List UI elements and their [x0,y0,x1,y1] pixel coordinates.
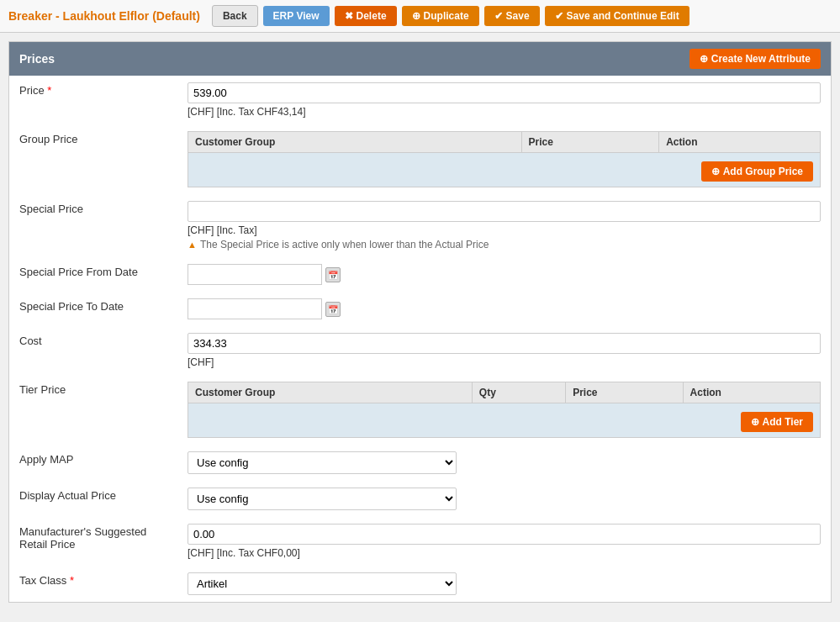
apply-map-row: Apply MAP Use config Yes No [9,445,831,481]
save-button[interactable]: ✔ Save [484,6,540,26]
tier-price-add-cell: ⊕ Add Tier [188,403,821,438]
tier-price-col-price: Price [566,382,683,403]
tier-price-col-customer-group: Customer Group [188,382,473,403]
tier-price-col-qty: Qty [472,382,565,403]
price-sub-text: [CHF] [Inc. Tax CHF43,14] [188,106,821,118]
group-price-header-row: Customer Group Price Action [188,132,821,153]
special-price-from-date-row: 📅 [188,264,821,285]
panel-title: Prices [19,52,55,66]
special-price-cell: [CHF] [Inc. Tax] ▲ The Special Price is … [177,194,831,257]
special-price-sub-text: [CHF] [Inc. Tax] [188,224,821,236]
tier-price-add-row: ⊕ Add Tier [188,403,821,438]
special-price-label: Special Price [9,194,177,257]
group-price-col-action: Action [659,132,821,153]
create-attribute-button[interactable]: ⊕ Create New Attribute [689,49,821,69]
save-continue-icon: ✔ [555,10,563,22]
cost-row: Cost [CHF] [9,326,831,375]
special-price-warning: ▲ The Special Price is active only when … [188,239,821,250]
panel-header: Prices ⊕ Create New Attribute [9,42,831,76]
group-price-add-row: ⊕ Add Group Price [188,153,821,187]
group-price-add-cell: ⊕ Add Group Price [188,153,821,187]
display-actual-price-row: Display Actual Price Use config Before O… [9,481,831,517]
create-attribute-icon: ⊕ [700,53,708,65]
tier-price-row: Tier Price Customer Group Qty Price Acti… [9,375,831,445]
toolbar: Breaker - Laukhout Elflor (Default) Back… [0,0,840,33]
tax-class-row: Tax Class * None Artikel Taxable Goods [9,566,831,602]
back-button[interactable]: Back [212,5,258,27]
erp-view-button[interactable]: ERP View [263,6,330,26]
warning-triangle-icon: ▲ [188,240,197,250]
special-price-from-row: Special Price From Date 📅 [9,257,831,292]
display-actual-price-cell: Use config Before Order Confirmation In … [177,481,831,517]
main-content: Prices ⊕ Create New Attribute Price * [C… [0,33,840,619]
special-price-from-label: Special Price From Date [9,257,177,292]
add-tier-icon: ⊕ [751,416,759,428]
tier-price-cell: Customer Group Qty Price Action ⊕ [177,375,831,445]
add-group-price-button[interactable]: ⊕ Add Group Price [701,161,813,182]
tier-price-col-action: Action [683,382,820,403]
price-input[interactable] [188,82,821,103]
group-price-thead: Customer Group Price Action [188,132,821,153]
tier-price-table: Customer Group Qty Price Action ⊕ [188,382,821,438]
delete-icon: ✖ [345,10,353,22]
special-price-row: Special Price [CHF] [Inc. Tax] ▲ The Spe… [9,194,831,257]
group-price-cell: Customer Group Price Action ⊕ Add Gr [177,124,831,194]
special-price-to-date-row: 📅 [188,298,821,319]
apply-map-cell: Use config Yes No [177,445,831,481]
price-field-cell: [CHF] [Inc. Tax CHF43,14] [177,76,831,124]
msrp-label: Manufacturer's Suggested Retail Price [9,517,177,566]
delete-button[interactable]: ✖ Delete [335,6,397,26]
apply-map-select[interactable]: Use config Yes No [188,451,457,474]
msrp-cell: [CHF] [Inc. Tax CHF0,00] [177,517,831,566]
tier-price-label: Tier Price [9,375,177,445]
add-tier-button[interactable]: ⊕ Add Tier [741,412,813,432]
duplicate-icon: ⊕ [412,10,420,22]
tax-class-select[interactable]: None Artikel Taxable Goods [188,572,457,595]
tax-class-required-star: * [70,574,74,587]
special-price-input[interactable] [188,201,821,222]
form-table: Price * [CHF] [Inc. Tax CHF43,14] Group … [9,76,831,602]
tax-class-label: Tax Class * [9,566,177,602]
tax-class-cell: None Artikel Taxable Goods [177,566,831,602]
msrp-input[interactable] [188,524,821,545]
price-label: Price * [9,76,177,124]
add-group-price-icon: ⊕ [711,166,720,177]
tier-price-tbody: ⊕ Add Tier [188,403,821,438]
special-price-to-input[interactable] [188,298,322,319]
display-actual-price-select[interactable]: Use config Before Order Confirmation In … [188,488,457,510]
cost-label: Cost [9,326,177,375]
special-price-to-row: Special Price To Date 📅 [9,292,831,326]
cost-cell: [CHF] [177,326,831,375]
cost-sub-text: [CHF] [188,356,821,368]
special-price-to-cell: 📅 [177,292,831,326]
save-icon: ✔ [494,10,503,22]
apply-map-label: Apply MAP [9,445,177,481]
group-price-tbody: ⊕ Add Group Price [188,153,821,187]
save-continue-button[interactable]: ✔ Save and Continue Edit [545,6,689,26]
price-required-star: * [47,84,51,97]
duplicate-button[interactable]: ⊕ Duplicate [402,6,479,26]
group-price-col-price: Price [521,132,659,153]
special-price-from-cell: 📅 [177,257,831,292]
tier-price-header-row: Customer Group Qty Price Action [188,382,821,403]
group-price-col-customer-group: Customer Group [188,132,522,153]
group-price-row: Group Price Customer Group Price Action [9,124,831,194]
msrp-row: Manufacturer's Suggested Retail Price [C… [9,517,831,566]
group-price-table: Customer Group Price Action ⊕ Add Gr [188,131,821,187]
prices-panel: Prices ⊕ Create New Attribute Price * [C… [8,41,832,603]
cost-input[interactable] [188,333,821,354]
special-price-from-input[interactable] [188,264,322,285]
display-actual-price-label: Display Actual Price [9,481,177,517]
msrp-sub-text: [CHF] [Inc. Tax CHF0,00] [188,547,821,559]
price-row: Price * [CHF] [Inc. Tax CHF43,14] [9,76,831,124]
breadcrumb-title: Breaker - Laukhout Elflor (Default) [8,9,200,23]
special-price-to-calendar-icon[interactable]: 📅 [325,302,341,317]
group-price-label: Group Price [9,124,177,194]
special-price-from-calendar-icon[interactable]: 📅 [325,267,341,282]
tier-price-thead: Customer Group Qty Price Action [188,382,821,403]
special-price-to-label: Special Price To Date [9,292,177,326]
